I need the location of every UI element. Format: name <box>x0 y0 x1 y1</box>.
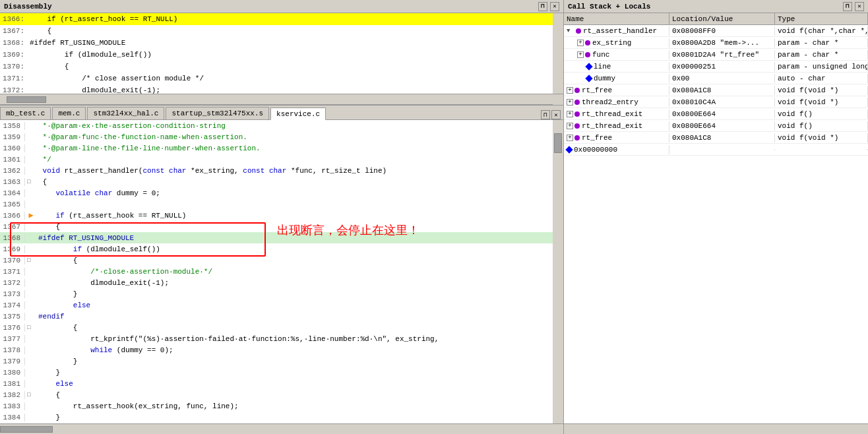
cs-type-rt-free-2: void f(void *) <box>775 133 868 142</box>
cs-name-func: + func <box>564 50 669 59</box>
source-line-1384: 1384 } <box>0 412 553 423</box>
callstack-header: Call Stack + Locals ⊓ ✕ <box>564 0 868 13</box>
source-line-1378: 1378 while (dummy == 0); <box>0 344 553 356</box>
code-1358: *·@param·ex·the·assertion·condition·stri… <box>37 122 226 130</box>
code-1359: *·@param·func·the·function·name·when·ass… <box>37 133 247 141</box>
source-line-1371: 1371 /*·close·assertion·module·*/ <box>0 266 553 277</box>
callstack-close-button[interactable]: ✕ <box>855 2 864 11</box>
source-close-button[interactable]: ✕ <box>551 110 561 119</box>
code-1367: { <box>37 223 60 231</box>
tab-mem[interactable]: mem.c <box>52 107 86 119</box>
cs-row-zero-addr[interactable]: 0x00000000 <box>564 144 868 156</box>
source-line-1367: 1367 { <box>0 221 553 232</box>
linenum-1366: 1366 <box>0 212 25 220</box>
disassembly-line-6: 1371: /* close assertion module */ <box>0 73 553 84</box>
disassembly-hscrollbar[interactable] <box>0 94 563 104</box>
code-1362: void rt_assert_handler(const char *ex_st… <box>37 167 387 175</box>
cs-type-rt-free-1: void f(void *) <box>775 86 868 95</box>
cs-row-dummy[interactable]: dummy 0x00 auto - char <box>564 73 868 84</box>
linenum-1371: 1371 <box>0 268 25 276</box>
disassembly-line-5: 1370: { <box>0 61 553 73</box>
tab-stm32l4xx-hal[interactable]: stm32l4xx_hal.c <box>87 107 164 119</box>
icon-zero-addr <box>565 146 573 153</box>
tab-startup[interactable]: startup_stm32l475xx.s <box>166 107 269 119</box>
indicator-1363: □ <box>25 179 37 185</box>
cs-value-dummy: 0x00 <box>669 74 775 83</box>
code-1382: { <box>37 391 60 399</box>
disassembly-pin-button[interactable]: ⊓ <box>538 2 547 11</box>
disassembly-hthumb[interactable] <box>7 96 46 103</box>
cs-type-func: param - char * <box>775 50 868 59</box>
source-htrack <box>0 425 553 433</box>
disassembly-linenum-3: 1368: <box>3 39 30 47</box>
code-1377: rt_kprintf("(%s)·assertion·failed·at·fun… <box>37 335 439 343</box>
cs-name-rt-thread-exit-2: + rt_thread_exit <box>564 121 669 131</box>
code-1375: #endif <box>37 313 65 321</box>
label-rt-thread-exit-2: rt_thread_exit <box>582 122 642 130</box>
cs-row-rt-assert-handler[interactable]: ▼ rt_assert_handler 0x08008FF0 void f(ch… <box>564 25 868 37</box>
cs-row-rt-thread-exit-2[interactable]: + rt_thread_exit 0x0800E664 void f() <box>564 120 868 132</box>
expand-rt-free-2[interactable]: + <box>567 135 573 141</box>
cs-row-thread2-entry[interactable]: + thread2_entry 0x08010C4A void f(void *… <box>564 96 868 108</box>
linenum-1382: 1382 <box>0 391 25 399</box>
expand-thread2-entry[interactable]: + <box>567 99 573 106</box>
disassembly-line-4: 1369: if (dlmodule_self()) <box>0 49 553 61</box>
cs-row-line[interactable]: line 0x00000251 param - unsigned long <box>564 61 868 73</box>
disassembly-resize[interactable] <box>553 94 563 105</box>
expand-rt-thread-exit-2[interactable]: + <box>567 123 573 129</box>
disassembly-linenum-4: 1369: <box>3 51 30 59</box>
cs-value-rt-free-2: 0x080A1C8 <box>669 133 775 142</box>
source-scrollbar-thumb[interactable] <box>554 133 562 153</box>
expand-ex-string[interactable]: + <box>577 40 584 46</box>
code-1371: /*·close·assertion·module·*/ <box>37 268 212 276</box>
callstack-htrack <box>564 425 868 433</box>
disassembly-line-7: 1372: dlmodule_exit(-1); <box>0 84 553 94</box>
icon-line <box>585 63 592 70</box>
expand-rt-free-1[interactable]: + <box>567 87 573 94</box>
cs-row-func[interactable]: + func 0x0801D2A4 "rt_free" param - char… <box>564 49 868 61</box>
code-1381: else <box>37 380 73 388</box>
linenum-1384: 1384 <box>0 414 25 421</box>
source-line-1376: 1376 □ { <box>0 322 553 333</box>
cs-type-rt-assert-handler: void f(char *,char *,un.. <box>775 26 868 36</box>
tab-mb-test[interactable]: mb_test.c <box>0 107 51 119</box>
source-line-1382: 1382 □ { <box>0 389 553 400</box>
indicator-1366: ▶ <box>25 210 37 220</box>
callstack-header-buttons: ⊓ ✕ <box>843 2 864 11</box>
source-line-1383: 1383 rt_assert_hook(ex_string, func, lin… <box>0 400 553 412</box>
source-line-1380: 1380 } <box>0 367 553 378</box>
source-pin-button[interactable]: ⊓ <box>541 110 550 119</box>
code-1384: } <box>37 414 60 421</box>
cs-type-thread2-entry: void f(void *) <box>775 98 868 107</box>
cs-row-rt-free-2[interactable]: + rt_free 0x080A1C8 void f(void *) <box>564 132 868 144</box>
tab-kservice[interactable]: kservice.c <box>270 108 326 120</box>
label-line: line <box>594 63 611 71</box>
cs-row-ex-string[interactable]: + ex_string 0x0800A2D8 "mem->... param -… <box>564 37 868 49</box>
cs-row-rt-free-1[interactable]: + rt_free 0x080A1C8 void f(void *) <box>564 84 868 96</box>
disassembly-code-5: { <box>30 63 69 71</box>
linenum-1369: 1369 <box>0 245 25 253</box>
cs-name-rt-free-2: + rt_free <box>564 133 669 142</box>
source-line-1362: 1362 void rt_assert_handler(const char *… <box>0 165 553 176</box>
linenum-1364: 1364 <box>0 189 25 197</box>
col-type: Type <box>775 13 868 24</box>
source-line-1368: 1368 #ifdef RT_USING_MODULE <box>0 232 553 243</box>
cs-name-rt-assert-handler: ▼ rt_assert_handler <box>564 26 669 36</box>
callstack-pin-button[interactable]: ⊓ <box>843 2 852 11</box>
source-line-1366: 1366 ▶ if (rt_assert_hook == RT_NULL) <box>0 210 553 221</box>
source-line-1381: 1381 else <box>0 378 553 389</box>
expand-func[interactable]: + <box>577 51 584 58</box>
source-resize[interactable] <box>553 424 563 435</box>
linenum-1368: 1368 <box>0 234 25 242</box>
disassembly-close-button[interactable]: ✕ <box>550 2 559 11</box>
source-hthumb[interactable] <box>0 426 53 433</box>
linenum-1375: 1375 <box>0 313 25 321</box>
expand-rt-thread-exit-1[interactable]: + <box>567 111 573 117</box>
disassembly-line-2: 1367: { <box>0 25 553 37</box>
source-hscrollbar[interactable] <box>0 423 563 434</box>
tab-bar-right: ⊓ ✕ <box>541 110 563 119</box>
source-scrollbar[interactable] <box>553 120 563 423</box>
source-line-1360: 1360 *·@param·line·the·file·line·number·… <box>0 142 553 154</box>
cs-row-rt-thread-exit-1[interactable]: + rt_thread_exit 0x0800E664 void f() <box>564 108 868 120</box>
disassembly-scrollbar[interactable] <box>553 13 563 94</box>
